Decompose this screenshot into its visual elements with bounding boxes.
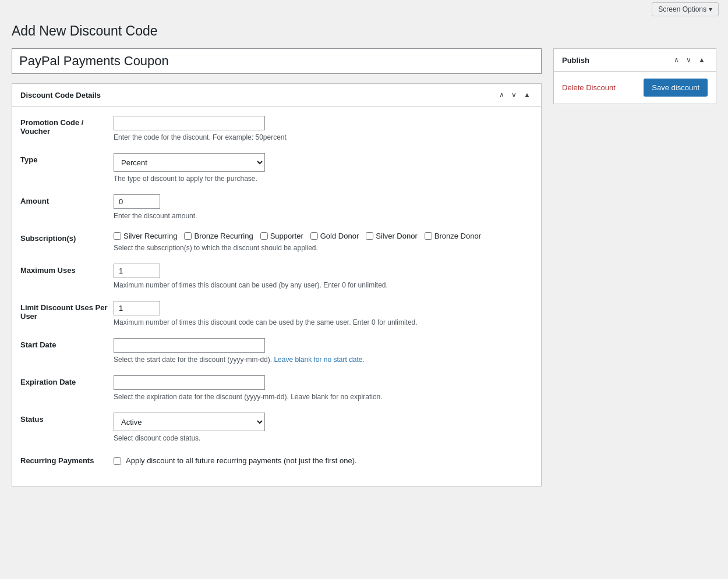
subscriptions-label: Subscription(s): [20, 232, 114, 243]
publish-actions: Delete Discount Save discount: [554, 72, 716, 104]
maximum-uses-label: Maximum Uses: [20, 264, 114, 275]
limit-per-user-input[interactable]: [114, 301, 160, 315]
chevron-down-icon: ▾: [709, 5, 712, 13]
content-area: Discount Code Details ∧ ∨ ▲ Promotion Co…: [12, 48, 542, 496]
meta-box-header: Discount Code Details ∧ ∨ ▲: [12, 84, 541, 106]
type-help: The type of discount to apply for the pu…: [114, 175, 533, 183]
type-row: Type Percent Fixed Amount The type of di…: [20, 153, 533, 183]
expiration-date-field: Select the expiration date for the disco…: [114, 375, 533, 401]
publish-collapse-button[interactable]: ▲: [696, 55, 708, 65]
screen-options-button[interactable]: Screen Options ▾: [652, 2, 719, 16]
recurring-payments-row: Recurring Payments Apply discount to all…: [20, 454, 533, 465]
maximum-uses-input[interactable]: [114, 264, 160, 278]
subscriptions-row: Subscription(s) Silver Recurring Bronze …: [20, 232, 533, 252]
subscriptions-list: Silver Recurring Bronze Recurring Suppor…: [114, 232, 533, 240]
bronze-recurring-label: Bronze Recurring: [194, 232, 253, 240]
list-item[interactable]: Supporter: [260, 232, 303, 240]
maximum-uses-help: Maximum number of times this discount ca…: [114, 281, 533, 289]
supporter-checkbox[interactable]: [260, 232, 268, 240]
expiration-date-help: Select the expiration date for the disco…: [114, 393, 533, 401]
silver-recurring-label: Silver Recurring: [123, 232, 177, 240]
amount-input[interactable]: [114, 194, 160, 209]
recurring-payments-checkbox[interactable]: [114, 457, 121, 465]
maximum-uses-row: Maximum Uses Maximum number of times thi…: [20, 264, 533, 289]
meta-box-up-button[interactable]: ∧: [497, 90, 507, 100]
status-field: Active Inactive Select discount code sta…: [114, 413, 533, 442]
recurring-payments-label: Recurring Payments: [20, 454, 114, 465]
publish-box: Publish ∧ ∨ ▲ Delete Discount Save disco…: [553, 48, 716, 104]
type-label: Type: [20, 153, 114, 164]
recurring-payments-field: Apply discount to all future recurring p…: [114, 454, 533, 465]
recurring-row: Apply discount to all future recurring p…: [114, 456, 533, 465]
publish-title: Publish: [562, 56, 589, 65]
promotion-code-help: Enter the code for the discount. For exa…: [114, 133, 533, 141]
meta-box-controls: ∧ ∨ ▲: [497, 90, 533, 100]
status-select[interactable]: Active Inactive: [114, 413, 265, 431]
publish-header: Publish ∧ ∨ ▲: [554, 49, 716, 72]
start-date-input[interactable]: [114, 338, 265, 353]
page-title: Add New Discount Code: [0, 19, 728, 48]
delete-discount-link[interactable]: Delete Discount: [562, 83, 616, 92]
meta-box-title: Discount Code Details: [20, 91, 101, 100]
sidebar: Publish ∧ ∨ ▲ Delete Discount Save disco…: [553, 48, 716, 104]
list-item[interactable]: Gold Donor: [310, 232, 359, 240]
status-row: Status Active Inactive Select discount c…: [20, 413, 533, 442]
status-help: Select discount code status.: [114, 434, 533, 442]
limit-per-user-field: Maximum number of times this discount co…: [114, 301, 533, 326]
amount-label: Amount: [20, 194, 114, 205]
subscriptions-help: Select the subscription(s) to which the …: [114, 244, 533, 252]
list-item[interactable]: Bronze Donor: [425, 232, 481, 240]
expiration-date-input[interactable]: [114, 375, 265, 390]
list-item[interactable]: Bronze Recurring: [184, 232, 253, 240]
start-date-help: Select the start date for the discount (…: [114, 356, 533, 364]
limit-per-user-help: Maximum number of times this discount co…: [114, 318, 533, 326]
limit-per-user-row: Limit Discount Uses Per User Maximum num…: [20, 301, 533, 326]
meta-box-down-button[interactable]: ∨: [509, 90, 519, 100]
start-date-row: Start Date Select the start date for the…: [20, 338, 533, 364]
status-label: Status: [20, 413, 114, 424]
subscriptions-field: Silver Recurring Bronze Recurring Suppor…: [114, 232, 533, 252]
start-date-field: Select the start date for the discount (…: [114, 338, 533, 364]
amount-field: Enter the discount amount.: [114, 194, 533, 220]
publish-up-button[interactable]: ∧: [672, 55, 681, 65]
list-item[interactable]: Silver Recurring: [114, 232, 177, 240]
list-item[interactable]: Silver Donor: [366, 232, 418, 240]
expiration-date-label: Expiration Date: [20, 375, 114, 386]
screen-options-label: Screen Options: [658, 5, 706, 13]
silver-donor-label: Silver Donor: [376, 232, 418, 240]
amount-row: Amount Enter the discount amount.: [20, 194, 533, 220]
start-date-label: Start Date: [20, 338, 114, 349]
discount-title-input[interactable]: [12, 48, 542, 74]
silver-recurring-checkbox[interactable]: [114, 232, 121, 240]
silver-donor-checkbox[interactable]: [366, 232, 373, 240]
promotion-code-field: Enter the code for the discount. For exa…: [114, 116, 533, 141]
recurring-payments-checkbox-label: Apply discount to all future recurring p…: [126, 456, 357, 465]
type-field: Percent Fixed Amount The type of discoun…: [114, 153, 533, 183]
publish-box-controls: ∧ ∨ ▲: [672, 55, 708, 65]
gold-donor-checkbox[interactable]: [310, 232, 318, 240]
bronze-recurring-checkbox[interactable]: [184, 232, 192, 240]
type-select[interactable]: Percent Fixed Amount: [114, 153, 265, 172]
maximum-uses-field: Maximum number of times this discount ca…: [114, 264, 533, 289]
supporter-label: Supporter: [270, 232, 303, 240]
gold-donor-label: Gold Donor: [320, 232, 359, 240]
amount-help: Enter the discount amount.: [114, 212, 533, 220]
bronze-donor-checkbox[interactable]: [425, 232, 432, 240]
expiration-date-row: Expiration Date Select the expiration da…: [20, 375, 533, 401]
publish-down-button[interactable]: ∨: [684, 55, 694, 65]
meta-box-collapse-button[interactable]: ▲: [521, 90, 533, 100]
promotion-code-row: Promotion Code / Voucher Enter the code …: [20, 116, 533, 141]
save-discount-button[interactable]: Save discount: [644, 79, 708, 97]
meta-box-body: Promotion Code / Voucher Enter the code …: [12, 106, 541, 486]
limit-per-user-label: Limit Discount Uses Per User: [20, 301, 114, 321]
promotion-code-input[interactable]: [114, 116, 265, 130]
promotion-code-label: Promotion Code / Voucher: [20, 116, 114, 136]
discount-code-details-box: Discount Code Details ∧ ∨ ▲ Promotion Co…: [12, 83, 542, 486]
bronze-donor-label: Bronze Donor: [434, 232, 481, 240]
